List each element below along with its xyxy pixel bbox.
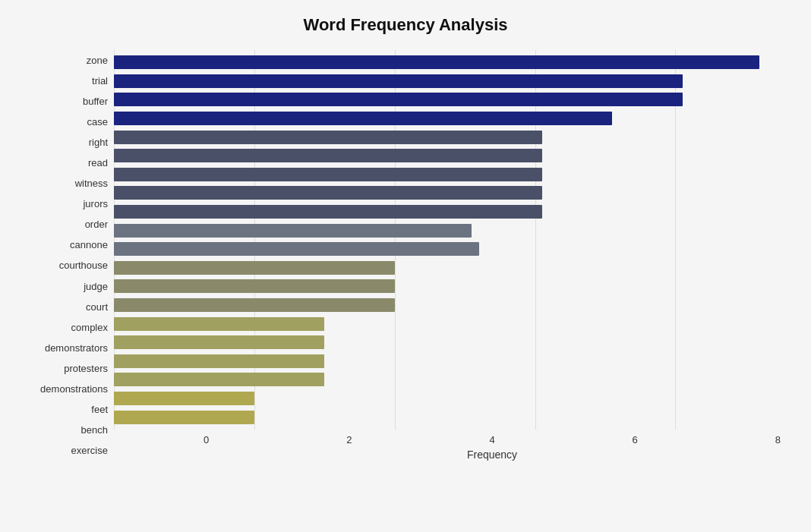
y-label-demonstrations: demonstrations [40, 384, 108, 394]
bar-protesters [114, 335, 324, 349]
bars-wrapper [114, 50, 781, 430]
bar-cannone [114, 224, 472, 238]
y-label-buffer: buffer [83, 96, 108, 106]
y-label-bench: bench [81, 425, 108, 435]
grid-and-bars [114, 50, 781, 430]
bar-case [114, 112, 612, 125]
x-tick-4: 4 [489, 434, 494, 445]
bar-witness [114, 168, 542, 181]
bar-row-cannone [114, 221, 781, 240]
bar-row-trial [114, 72, 781, 91]
bar-courthouse [114, 242, 479, 256]
y-label-court: court [86, 302, 108, 312]
y-label-right: right [89, 137, 108, 147]
y-label-witness: witness [75, 178, 108, 188]
y-label-read: read [88, 158, 108, 168]
bar-row-demonstrators [114, 314, 781, 333]
x-tick-2: 2 [346, 434, 352, 445]
bar-row-feet [114, 370, 781, 389]
x-axis: 02468 [204, 430, 781, 445]
bar-row-order [114, 203, 781, 222]
bar-row-witness [114, 165, 781, 184]
x-tick-0: 0 [204, 434, 209, 445]
y-label-zone: zone [87, 55, 108, 65]
y-label-judge: judge [84, 282, 108, 291]
y-labels: zonetrialbuffercaserightreadwitnessjuror… [30, 50, 114, 461]
bar-row-demonstrations [114, 352, 781, 371]
bar-row-bench [114, 389, 781, 408]
x-axis-label: Frequency [204, 449, 781, 461]
bar-row-complex [114, 296, 781, 315]
y-label-jurors: jurors [83, 199, 108, 209]
bar-row-case [114, 109, 781, 128]
bar-row-jurors [114, 184, 781, 203]
chart-container: Word Frequency Analysis zonetrialbufferc… [0, 0, 811, 532]
y-label-trial: trial [92, 76, 108, 86]
bar-demonstrations [114, 354, 324, 368]
y-label-protesters: protesters [64, 364, 108, 373]
bar-row-buffer [114, 90, 781, 109]
bar-order [114, 205, 542, 219]
y-label-order: order [85, 219, 108, 229]
bars-and-grid: 02468 Frequency [114, 50, 781, 461]
bar-row-right [114, 127, 781, 146]
bar-row-protesters [114, 333, 781, 352]
chart-title: Word Frequency Analysis [30, 15, 781, 35]
bar-exercise [114, 411, 254, 424]
bar-row-read [114, 146, 781, 165]
bar-trial [114, 74, 683, 88]
bar-court [114, 279, 395, 293]
y-label-exercise: exercise [71, 445, 108, 455]
bar-row-zone [114, 53, 781, 72]
x-tick-8: 8 [775, 434, 781, 445]
bar-row-exercise [114, 408, 781, 427]
bar-right [114, 131, 542, 144]
bar-judge [114, 261, 395, 275]
bar-bench [114, 392, 254, 405]
y-label-cannone: cannone [70, 240, 108, 250]
x-tick-6: 6 [633, 434, 638, 445]
bar-zone [114, 55, 759, 69]
bar-demonstrators [114, 317, 324, 331]
bar-jurors [114, 186, 542, 200]
bar-row-judge [114, 259, 781, 278]
y-label-feet: feet [91, 405, 108, 414]
bar-feet [114, 373, 324, 386]
y-label-case: case [87, 117, 108, 127]
y-label-courthouse: courthouse [59, 260, 108, 270]
bar-buffer [114, 93, 683, 106]
bar-row-courthouse [114, 240, 781, 259]
bar-row-court [114, 277, 781, 296]
y-label-demonstrators: demonstrators [45, 343, 108, 353]
bar-read [114, 149, 542, 162]
bottom-labels: 02468 Frequency [204, 430, 781, 461]
chart-area: zonetrialbuffercaserightreadwitnessjuror… [30, 50, 781, 461]
y-label-complex: complex [71, 323, 108, 332]
bar-complex [114, 298, 395, 312]
